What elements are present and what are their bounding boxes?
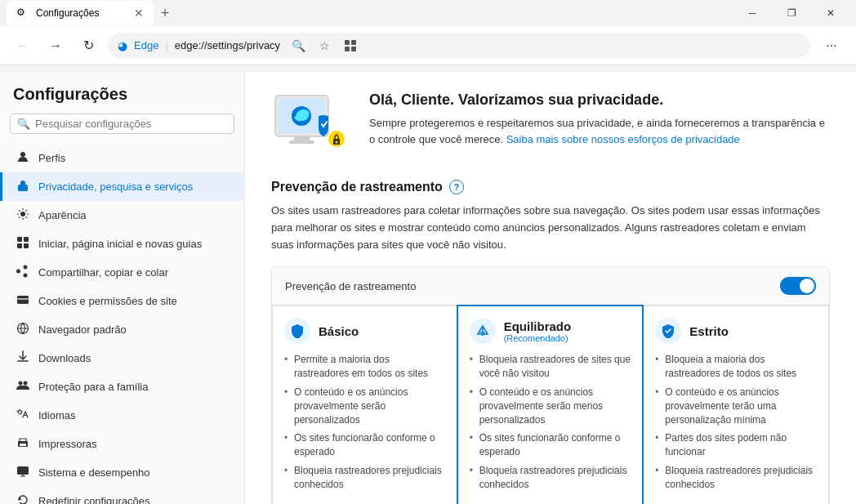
sidebar-item-sistema[interactable]: Sistema e desempenho bbox=[0, 458, 244, 487]
svg-point-15 bbox=[24, 381, 28, 386]
card-strict-icon bbox=[655, 318, 681, 344]
card-balanced-bullet-3: Bloqueia rastreadores prejudiciais conhe… bbox=[470, 462, 631, 494]
sidebar-item-label-sistema: Sistema e desempenho bbox=[38, 466, 150, 479]
protecao-icon bbox=[16, 379, 30, 395]
search-button[interactable]: 🔍 bbox=[287, 34, 310, 57]
card-balanced-icon bbox=[470, 318, 496, 344]
card-balanced-bullet-2: Os sites funcionarão conforme o esperado bbox=[470, 429, 631, 462]
svg-point-14 bbox=[19, 381, 23, 386]
sidebar-item-label-aparencia: Aparência bbox=[38, 209, 87, 221]
card-basic-bullet-1: O conteúdo e os anúncios provavelmente s… bbox=[284, 383, 446, 429]
navegador-icon bbox=[16, 322, 30, 337]
sidebar-item-label-inicio: Iniciar, página inicial e novas guias bbox=[38, 238, 202, 250]
tab-favicon: ⚙ bbox=[16, 7, 29, 20]
sidebar-item-redefinir[interactable]: Redefinir configurações bbox=[0, 487, 244, 504]
sidebar-item-idiomas[interactable]: Idiomas bbox=[0, 401, 244, 430]
refresh-button[interactable]: ↻ bbox=[75, 33, 101, 59]
more-button[interactable]: ··· bbox=[817, 31, 846, 60]
svg-rect-18 bbox=[17, 466, 29, 475]
sidebar-item-cookies[interactable]: Cookies e permissões de site bbox=[0, 287, 244, 315]
tracking-box-label: Prevenção de rastreamento bbox=[285, 280, 416, 292]
svg-point-6 bbox=[20, 212, 25, 216]
svg-rect-9 bbox=[17, 243, 22, 248]
svg-point-29 bbox=[481, 333, 484, 336]
downloads-icon bbox=[16, 350, 30, 366]
sidebar-title: Configurações bbox=[0, 85, 244, 114]
card-basic-bullet-2: Os sites funcionarão conforme o esperado bbox=[284, 429, 446, 462]
sidebar-item-privacidade[interactable]: Privacidade, pesquisa e serviços bbox=[0, 172, 244, 201]
welcome-title: Olá, Cliente. Valorizamos sua privacidad… bbox=[369, 91, 830, 109]
sidebar-item-label-perfis: Perfis bbox=[38, 152, 65, 164]
svg-rect-24 bbox=[289, 140, 314, 144]
sidebar-item-compartilhar[interactable]: Compartilhar, copiar e colar bbox=[0, 258, 244, 287]
edge-icon: ◕ bbox=[118, 39, 127, 52]
welcome-banner: Olá, Cliente. Valorizamos sua privacidad… bbox=[271, 91, 830, 157]
sidebar-item-inicio[interactable]: Iniciar, página inicial e novas guias bbox=[0, 230, 244, 258]
card-strict-title: Estrito bbox=[689, 324, 729, 338]
close-button[interactable]: ✕ bbox=[812, 0, 849, 26]
sidebar-item-label-cookies: Cookies e permissões de site bbox=[38, 295, 177, 307]
card-basic-icon bbox=[284, 318, 310, 344]
sidebar-item-label-impressoras: Impressoras bbox=[38, 438, 97, 450]
tracking-section-desc: Os sites usam rastreadores para coletar … bbox=[271, 203, 830, 253]
welcome-desc: Sempre protegeremos e respeitaremos sua … bbox=[369, 115, 830, 147]
address-actions: 🔍 ☆ bbox=[287, 34, 362, 57]
cookies-icon bbox=[16, 293, 30, 309]
card-strict-bullet-1: O conteúdo e os anúncios provavelmente t… bbox=[655, 383, 817, 429]
card-balanced[interactable]: Equilibrado (Recomendado) Bloqueia rastr… bbox=[457, 305, 644, 504]
tracking-help-icon[interactable]: ? bbox=[449, 180, 464, 194]
collections-button[interactable] bbox=[339, 34, 362, 57]
svg-rect-7 bbox=[17, 237, 22, 242]
svg-rect-17 bbox=[20, 444, 26, 446]
svg-rect-3 bbox=[351, 47, 356, 51]
sidebar-item-downloads[interactable]: Downloads bbox=[0, 344, 244, 372]
sidebar-search-input[interactable] bbox=[35, 118, 227, 130]
sidebar-item-impressoras[interactable]: Impressoras bbox=[0, 430, 244, 458]
welcome-link[interactable]: Saiba mais sobre nossos esforços de priv… bbox=[506, 133, 740, 145]
card-basic-bullets: Permite a maioria dos rastreadores em to… bbox=[284, 350, 446, 493]
welcome-text: Olá, Cliente. Valorizamos sua privacidad… bbox=[369, 91, 830, 147]
tab-close-button[interactable]: ✕ bbox=[134, 7, 144, 20]
tab-title: Configurações bbox=[36, 7, 127, 19]
sidebar-item-perfis[interactable]: Perfis bbox=[0, 144, 244, 172]
sidebar-item-aparencia[interactable]: Aparência bbox=[0, 201, 244, 230]
back-button[interactable]: ← bbox=[10, 33, 36, 59]
sidebar-item-label-privacidade: Privacidade, pesquisa e serviços bbox=[38, 181, 193, 193]
idiomas-icon bbox=[16, 408, 30, 423]
favorites-button[interactable]: ☆ bbox=[313, 34, 336, 57]
sidebar-search-box[interactable]: 🔍 bbox=[10, 114, 234, 134]
card-basic-title: Básico bbox=[319, 324, 359, 338]
inicio-icon bbox=[16, 236, 30, 252]
addressbar: ← → ↻ ◕ Edge | edge://settings/privacy 🔍… bbox=[0, 26, 856, 65]
tracking-section-title: Prevenção de rastreamento ? bbox=[271, 180, 830, 194]
active-tab[interactable]: ⚙ Configurações ✕ bbox=[7, 1, 154, 25]
tracking-cards-row: Básico Permite a maioria dos rastreadore… bbox=[272, 306, 829, 504]
sidebar-item-navegador[interactable]: Navegador padrão bbox=[0, 315, 244, 344]
card-basic-bullet-3: Bloqueia rastreadores prejudiciais conhe… bbox=[284, 462, 446, 494]
address-url: edge://settings/privacy bbox=[175, 39, 280, 51]
forward-button[interactable]: → bbox=[42, 33, 69, 59]
card-strict-bullet-3: Bloqueia rastreadores prejudiciais conhe… bbox=[655, 462, 817, 494]
sidebar-item-protecao[interactable]: Proteção para a família bbox=[0, 372, 244, 401]
svg-rect-2 bbox=[345, 47, 350, 51]
svg-rect-0 bbox=[345, 40, 350, 45]
svg-rect-5 bbox=[18, 185, 28, 191]
sidebar: Configurações 🔍 Perfis Privacidade, pesq… bbox=[0, 72, 245, 504]
card-balanced-bullet-1: O conteúdo e os anúncios provavelmente s… bbox=[470, 383, 631, 429]
card-strict[interactable]: Estrito Bloqueia a maioria dos rastreado… bbox=[643, 306, 829, 504]
card-strict-bullet-0: Bloqueia a maioria dos rastreadores de t… bbox=[655, 350, 817, 383]
card-basic[interactable]: Básico Permite a maioria dos rastreadore… bbox=[272, 306, 457, 504]
card-strict-bullet-2: Partes dos sites podem não funcionar bbox=[655, 429, 817, 462]
address-box[interactable]: ◕ Edge | edge://settings/privacy 🔍 ☆ bbox=[108, 33, 810, 59]
new-tab-button[interactable]: + bbox=[154, 2, 176, 25]
minimize-button[interactable]: ─ bbox=[733, 0, 771, 26]
card-balanced-header: Equilibrado (Recomendado) bbox=[470, 318, 631, 344]
svg-rect-23 bbox=[294, 136, 310, 140]
sidebar-item-label-navegador: Navegador padrão bbox=[38, 323, 127, 336]
svg-rect-10 bbox=[24, 243, 29, 248]
card-balanced-bullet-0: Bloqueia rastreadores de sites que você … bbox=[470, 350, 631, 383]
tracking-toggle[interactable] bbox=[780, 277, 816, 295]
restore-button[interactable]: ❐ bbox=[773, 0, 810, 26]
redefinir-icon bbox=[16, 493, 30, 504]
sidebar-item-label-downloads: Downloads bbox=[38, 352, 91, 364]
